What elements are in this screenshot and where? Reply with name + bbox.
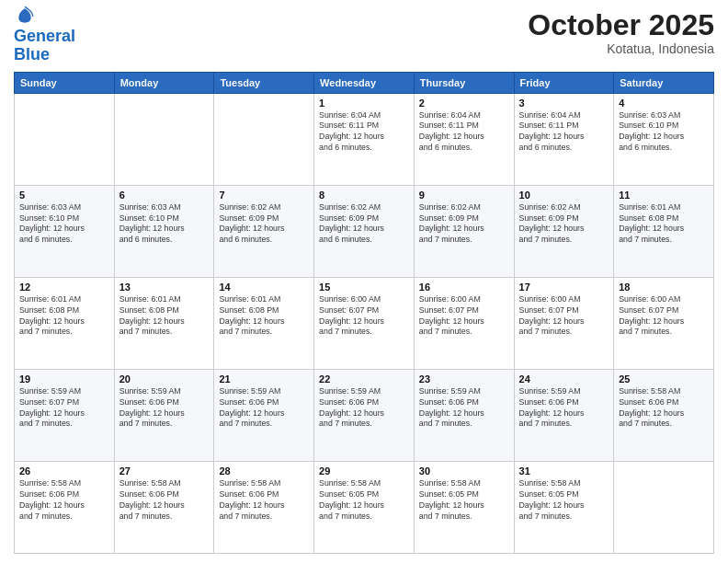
- day-info: Sunrise: 6:01 AM Sunset: 6:08 PM Dayligh…: [119, 294, 210, 339]
- day-number: 6: [119, 190, 210, 201]
- day-cell: 20Sunrise: 5:59 AM Sunset: 6:06 PM Dayli…: [114, 369, 214, 461]
- day-cell: 2Sunrise: 6:04 AM Sunset: 6:11 PM Daylig…: [414, 93, 514, 185]
- day-cell: 25Sunrise: 5:58 AM Sunset: 6:06 PM Dayli…: [614, 369, 714, 461]
- day-cell: 8Sunrise: 6:02 AM Sunset: 6:09 PM Daylig…: [314, 185, 415, 277]
- week-row-2: 5Sunrise: 6:03 AM Sunset: 6:10 PM Daylig…: [15, 185, 714, 277]
- weekday-header-row: SundayMondayTuesdayWednesdayThursdayFrid…: [15, 72, 714, 93]
- day-info: Sunrise: 5:58 AM Sunset: 6:06 PM Dayligh…: [19, 478, 109, 523]
- day-number: 24: [519, 373, 609, 385]
- day-number: 23: [419, 373, 509, 385]
- day-cell: 13Sunrise: 6:01 AM Sunset: 6:08 PM Dayli…: [114, 277, 214, 369]
- day-cell: 21Sunrise: 5:59 AM Sunset: 6:06 PM Dayli…: [214, 369, 314, 461]
- day-number: 30: [419, 465, 509, 477]
- day-info: Sunrise: 6:04 AM Sunset: 6:11 PM Dayligh…: [519, 110, 609, 155]
- title-block: October 2025 Kotatua, Indonesia: [528, 9, 714, 56]
- day-cell: 17Sunrise: 6:00 AM Sunset: 6:07 PM Dayli…: [514, 277, 614, 369]
- day-number: 12: [19, 282, 109, 293]
- day-cell: 28Sunrise: 5:58 AM Sunset: 6:06 PM Dayli…: [214, 461, 314, 553]
- day-cell: [114, 93, 214, 185]
- day-cell: 9Sunrise: 6:02 AM Sunset: 6:09 PM Daylig…: [414, 185, 514, 277]
- day-number: 3: [519, 98, 609, 109]
- day-number: 15: [319, 282, 409, 293]
- day-info: Sunrise: 5:58 AM Sunset: 6:05 PM Dayligh…: [519, 478, 609, 523]
- day-cell: 1Sunrise: 6:04 AM Sunset: 6:11 PM Daylig…: [314, 93, 415, 185]
- day-cell: [614, 461, 714, 553]
- day-cell: 6Sunrise: 6:03 AM Sunset: 6:10 PM Daylig…: [114, 185, 214, 277]
- day-cell: [15, 93, 115, 185]
- day-number: 22: [319, 373, 409, 385]
- day-info: Sunrise: 6:01 AM Sunset: 6:08 PM Dayligh…: [219, 294, 309, 339]
- weekday-tuesday: Tuesday: [214, 72, 314, 93]
- day-info: Sunrise: 6:01 AM Sunset: 6:08 PM Dayligh…: [619, 202, 709, 247]
- day-info: Sunrise: 5:59 AM Sunset: 6:06 PM Dayligh…: [219, 386, 309, 431]
- day-cell: 18Sunrise: 6:00 AM Sunset: 6:07 PM Dayli…: [614, 277, 714, 369]
- day-number: 28: [219, 465, 309, 477]
- logo-line1: General: [14, 27, 75, 45]
- day-number: 8: [319, 190, 409, 201]
- weekday-thursday: Thursday: [414, 72, 514, 93]
- day-info: Sunrise: 5:58 AM Sunset: 6:06 PM Dayligh…: [619, 386, 709, 431]
- day-cell: 10Sunrise: 6:02 AM Sunset: 6:09 PM Dayli…: [514, 185, 614, 277]
- day-number: 17: [519, 282, 609, 293]
- day-number: 7: [219, 190, 309, 201]
- day-cell: 14Sunrise: 6:01 AM Sunset: 6:08 PM Dayli…: [214, 277, 314, 369]
- day-number: 18: [619, 282, 709, 293]
- day-number: 14: [219, 282, 309, 293]
- day-cell: 3Sunrise: 6:04 AM Sunset: 6:11 PM Daylig…: [514, 93, 614, 185]
- day-info: Sunrise: 6:03 AM Sunset: 6:10 PM Dayligh…: [619, 110, 709, 155]
- header: General Blue October 2025 Kotatua, Indon…: [14, 9, 714, 64]
- weekday-friday: Friday: [514, 72, 614, 93]
- logo: General Blue: [14, 9, 75, 64]
- day-cell: 16Sunrise: 6:00 AM Sunset: 6:07 PM Dayli…: [414, 277, 514, 369]
- day-number: 27: [119, 465, 210, 477]
- week-row-5: 26Sunrise: 5:58 AM Sunset: 6:06 PM Dayli…: [15, 461, 714, 553]
- day-number: 29: [319, 465, 409, 477]
- day-info: Sunrise: 5:59 AM Sunset: 6:06 PM Dayligh…: [319, 386, 409, 431]
- day-cell: 29Sunrise: 5:58 AM Sunset: 6:05 PM Dayli…: [314, 461, 415, 553]
- day-number: 20: [119, 373, 210, 385]
- day-info: Sunrise: 5:58 AM Sunset: 6:06 PM Dayligh…: [119, 478, 210, 523]
- day-info: Sunrise: 6:04 AM Sunset: 6:11 PM Dayligh…: [319, 110, 409, 155]
- day-cell: 31Sunrise: 5:58 AM Sunset: 6:05 PM Dayli…: [514, 461, 614, 553]
- day-number: 26: [19, 465, 109, 477]
- calendar-table: SundayMondayTuesdayWednesdayThursdayFrid…: [14, 72, 714, 554]
- day-number: 25: [619, 373, 709, 385]
- day-number: 16: [419, 282, 509, 293]
- day-number: 1: [319, 98, 409, 109]
- day-cell: [214, 93, 314, 185]
- weekday-saturday: Saturday: [614, 72, 714, 93]
- day-info: Sunrise: 5:59 AM Sunset: 6:07 PM Dayligh…: [19, 386, 109, 431]
- day-cell: 23Sunrise: 5:59 AM Sunset: 6:06 PM Dayli…: [414, 369, 514, 461]
- day-info: Sunrise: 6:03 AM Sunset: 6:10 PM Dayligh…: [19, 202, 109, 247]
- week-row-3: 12Sunrise: 6:01 AM Sunset: 6:08 PM Dayli…: [15, 277, 714, 369]
- month-title: October 2025: [528, 9, 714, 41]
- logo-line2: Blue: [14, 45, 50, 63]
- day-cell: 7Sunrise: 6:02 AM Sunset: 6:09 PM Daylig…: [214, 185, 314, 277]
- weekday-monday: Monday: [114, 72, 214, 93]
- day-number: 19: [19, 373, 109, 385]
- day-number: 31: [519, 465, 609, 477]
- day-info: Sunrise: 6:00 AM Sunset: 6:07 PM Dayligh…: [319, 294, 409, 339]
- day-cell: 22Sunrise: 5:59 AM Sunset: 6:06 PM Dayli…: [314, 369, 415, 461]
- day-cell: 15Sunrise: 6:00 AM Sunset: 6:07 PM Dayli…: [314, 277, 415, 369]
- day-number: 11: [619, 190, 709, 201]
- day-number: 21: [219, 373, 309, 385]
- page: General Blue October 2025 Kotatua, Indon…: [0, 0, 728, 563]
- day-info: Sunrise: 5:59 AM Sunset: 6:06 PM Dayligh…: [519, 386, 609, 431]
- day-info: Sunrise: 6:00 AM Sunset: 6:07 PM Dayligh…: [419, 294, 509, 339]
- day-info: Sunrise: 5:59 AM Sunset: 6:06 PM Dayligh…: [119, 386, 210, 431]
- day-info: Sunrise: 6:01 AM Sunset: 6:08 PM Dayligh…: [19, 294, 109, 339]
- day-number: 5: [19, 190, 109, 201]
- day-info: Sunrise: 6:02 AM Sunset: 6:09 PM Dayligh…: [419, 202, 509, 247]
- day-cell: 11Sunrise: 6:01 AM Sunset: 6:08 PM Dayli…: [614, 185, 714, 277]
- week-row-4: 19Sunrise: 5:59 AM Sunset: 6:07 PM Dayli…: [15, 369, 714, 461]
- day-cell: 4Sunrise: 6:03 AM Sunset: 6:10 PM Daylig…: [614, 93, 714, 185]
- day-number: 4: [619, 98, 709, 109]
- location: Kotatua, Indonesia: [528, 41, 714, 56]
- day-info: Sunrise: 5:59 AM Sunset: 6:06 PM Dayligh…: [419, 386, 509, 431]
- day-info: Sunrise: 5:58 AM Sunset: 6:05 PM Dayligh…: [319, 478, 409, 523]
- day-info: Sunrise: 6:02 AM Sunset: 6:09 PM Dayligh…: [519, 202, 609, 247]
- day-cell: 12Sunrise: 6:01 AM Sunset: 6:08 PM Dayli…: [15, 277, 115, 369]
- day-cell: 27Sunrise: 5:58 AM Sunset: 6:06 PM Dayli…: [114, 461, 214, 553]
- day-number: 10: [519, 190, 609, 201]
